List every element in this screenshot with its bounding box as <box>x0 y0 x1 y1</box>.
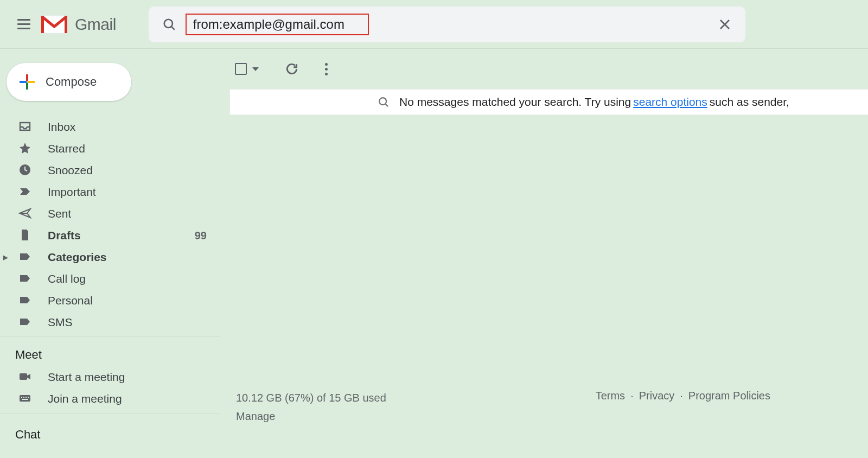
footer: 10.12 GB (67%) of 15 GB used Manage Term… <box>236 389 857 425</box>
sidebar-item-categories[interactable]: ▶Categories <box>0 246 220 268</box>
main-content: No messages matched your search. Try usi… <box>220 49 868 458</box>
search-options-link[interactable]: search options <box>633 96 707 109</box>
svg-rect-9 <box>20 81 27 83</box>
search-input-highlight <box>186 14 369 35</box>
svg-rect-17 <box>28 397 29 398</box>
sidebar-item-sent[interactable]: Sent <box>0 203 220 225</box>
video-icon <box>18 370 33 384</box>
meet-item-label: Start a meeting <box>48 371 125 384</box>
search-icon <box>378 96 390 108</box>
sidebar-item-count: 99 <box>195 230 207 242</box>
sidebar-item-personal[interactable]: Personal <box>0 290 220 311</box>
more-vert-icon <box>325 63 328 75</box>
sidebar-item-label: SMS <box>48 316 73 329</box>
plus-icon <box>20 74 35 90</box>
gmail-icon <box>41 15 67 34</box>
search-input[interactable] <box>193 17 361 32</box>
keyboard-icon <box>18 392 33 406</box>
terms-link[interactable]: Terms <box>596 390 625 402</box>
refresh-button[interactable] <box>285 62 299 76</box>
toolbar <box>229 49 868 89</box>
sidebar-item-label: Drafts <box>48 229 81 242</box>
send-icon <box>18 207 33 221</box>
gmail-logo[interactable]: Gmail <box>41 15 116 34</box>
meet-item-label: Join a meeting <box>48 392 122 405</box>
clock-icon <box>18 163 33 177</box>
sidebar-item-starred[interactable]: Starred <box>0 138 220 160</box>
svg-rect-1 <box>41 16 44 33</box>
search-icon[interactable] <box>158 17 180 31</box>
svg-rect-10 <box>28 81 35 83</box>
search-result-message: No messages matched your search. Try usi… <box>229 89 868 115</box>
sidebar-item-label: Snoozed <box>48 164 93 177</box>
sidebar-item-inbox[interactable]: Inbox <box>0 116 220 138</box>
meet-item-start-a-meeting[interactable]: Start a meeting <box>0 366 220 388</box>
sidebar-item-label: Inbox <box>48 120 75 133</box>
file-icon <box>18 228 33 243</box>
meet-item-join-a-meeting[interactable]: Join a meeting <box>0 388 220 410</box>
svg-rect-7 <box>26 74 28 81</box>
sidebar-item-label: Call log <box>48 272 86 285</box>
select-all-button[interactable] <box>235 63 259 75</box>
result-text-prefix: No messages matched your search. Try usi… <box>399 96 631 109</box>
svg-rect-16 <box>25 397 27 398</box>
program-policies-link[interactable]: Program Policies <box>688 390 770 402</box>
hamburger-icon <box>17 19 30 29</box>
search-bar[interactable] <box>149 7 745 42</box>
label-icon <box>18 294 33 308</box>
inbox-icon <box>18 120 33 134</box>
label-icon <box>18 272 33 286</box>
svg-point-19 <box>379 98 386 105</box>
sidebar-item-label: Important <box>48 186 96 199</box>
svg-rect-13 <box>20 395 30 402</box>
sidebar-item-label: Personal <box>48 294 93 307</box>
svg-rect-2 <box>65 16 67 33</box>
svg-line-4 <box>171 27 174 29</box>
result-text-suffix: such as sender, <box>710 96 789 109</box>
storage-text: 10.12 GB (67%) of 15 GB used <box>236 389 386 407</box>
svg-line-20 <box>386 104 388 107</box>
label-icon <box>18 250 33 264</box>
compose-button[interactable]: Compose <box>7 63 131 101</box>
svg-rect-12 <box>20 373 27 380</box>
sidebar-item-sms[interactable]: SMS <box>0 311 220 333</box>
sidebar-item-call-log[interactable]: Call log <box>0 268 220 290</box>
sidebar: Compose InboxStarredSnoozedImportantSent… <box>0 49 220 458</box>
caret-down-icon <box>252 67 259 71</box>
label-icon <box>18 315 33 329</box>
more-button[interactable] <box>325 63 328 75</box>
star-icon <box>18 142 33 156</box>
chat-section-title: Chat <box>0 423 220 446</box>
sidebar-item-important[interactable]: Important <box>0 181 220 203</box>
svg-point-3 <box>164 19 173 27</box>
privacy-link[interactable]: Privacy <box>639 390 675 402</box>
compose-label: Compose <box>46 75 97 89</box>
clear-search-button[interactable] <box>714 14 736 35</box>
svg-rect-15 <box>23 397 24 398</box>
sidebar-item-snoozed[interactable]: Snoozed <box>0 160 220 181</box>
close-icon <box>718 18 731 31</box>
main-menu-button[interactable] <box>11 11 37 37</box>
expand-icon: ▶ <box>3 254 8 261</box>
sidebar-item-label: Starred <box>48 142 85 155</box>
svg-rect-18 <box>22 399 28 400</box>
manage-storage-link[interactable]: Manage <box>236 410 275 422</box>
sidebar-item-label: Sent <box>48 207 71 220</box>
meet-section-title: Meet <box>0 344 220 366</box>
sidebar-item-drafts[interactable]: Drafts99 <box>0 225 220 246</box>
important-icon <box>18 185 33 199</box>
svg-rect-8 <box>26 82 28 90</box>
svg-rect-14 <box>21 397 22 398</box>
sidebar-item-label: Categories <box>48 251 107 264</box>
refresh-icon <box>285 62 299 76</box>
app-name: Gmail <box>75 15 116 34</box>
checkbox-icon <box>235 63 247 75</box>
